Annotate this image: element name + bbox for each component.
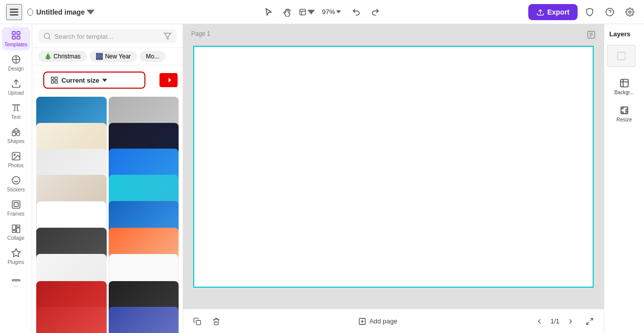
select-tool-button[interactable]: [261, 4, 277, 20]
svg-rect-11: [17, 36, 20, 39]
next-page-button[interactable]: [562, 313, 579, 329]
svg-rect-21: [16, 225, 20, 227]
tag-christmas[interactable]: 🎄 Christmas: [38, 51, 87, 62]
sidebar-item-text[interactable]: Text: [2, 100, 30, 123]
layers-title: Layers: [607, 28, 641, 42]
svg-point-16: [14, 154, 15, 156]
svg-rect-23: [12, 230, 16, 232]
sidebar-item-stickers[interactable]: Stickers: [2, 172, 30, 195]
templates-panel: 🎄 Christmas 🎆 New Year Mo... Current siz…: [32, 24, 183, 333]
current-size-row: Current size: [32, 65, 183, 95]
svg-rect-42: [621, 107, 627, 113]
sidebar-item-more[interactable]: ···: [2, 269, 30, 292]
template-card-content: DON'T DO: [36, 307, 107, 333]
sidebar-item-frames[interactable]: Frames: [2, 196, 30, 220]
current-size-button[interactable]: Current size: [43, 72, 145, 89]
sidebar-item-photos[interactable]: Photos: [2, 148, 30, 171]
tag-more[interactable]: Mo...: [140, 51, 166, 62]
page-options[interactable]: [587, 30, 596, 41]
sidebar: Templates Design Upload Text: [0, 24, 32, 333]
delete-page-button[interactable]: [208, 313, 224, 329]
top-bar-right: Export: [387, 4, 638, 20]
svg-rect-3: [300, 9, 305, 15]
svg-line-38: [590, 318, 593, 321]
right-panel: Layers Backgr...: [604, 24, 644, 333]
copy-page-button[interactable]: [189, 313, 205, 329]
svg-rect-20: [12, 225, 16, 230]
arrow-icon: [163, 77, 174, 83]
templates-grid: SAN JUAN MAKE A FOREIGN FRIEND? PROMOTIO…: [32, 95, 183, 333]
undo-button[interactable]: [348, 4, 364, 20]
search-input[interactable]: [54, 33, 160, 40]
dropdown-caret-icon: [102, 79, 107, 82]
sidebar-item-plugins[interactable]: Plugins: [2, 245, 30, 268]
shield-icon-button[interactable]: [582, 4, 598, 20]
svg-rect-9: [17, 32, 20, 35]
top-bar-left: Untitled image: [6, 4, 257, 20]
page-label: Page 1: [191, 30, 210, 37]
svg-rect-18: [12, 201, 20, 209]
document-title[interactable]: Untitled image: [26, 8, 95, 16]
svg-point-14: [16, 132, 20, 136]
search-box: [38, 29, 177, 43]
page-indicator: 1/1: [550, 317, 559, 325]
tags-row: 🎄 Christmas 🎆 New Year Mo...: [32, 48, 183, 65]
svg-point-25: [44, 33, 50, 39]
background-icon: [619, 78, 629, 88]
zoom-control[interactable]: 97%: [318, 6, 345, 18]
filter-icon[interactable]: [164, 32, 172, 40]
app-container: Untitled image: [0, 0, 644, 333]
resize-button[interactable]: Resize: [607, 101, 641, 126]
expand-button[interactable]: [582, 313, 598, 329]
top-bar-center: 97%: [261, 4, 383, 20]
prev-page-button[interactable]: [531, 313, 547, 329]
settings-button[interactable]: [622, 4, 638, 20]
template-card[interactable]: DON'T DO: [36, 307, 107, 333]
svg-point-7: [629, 11, 631, 13]
layer-thumbnail[interactable]: [607, 45, 635, 67]
layer-thumb-icon: [616, 51, 626, 61]
grid-icon: [50, 76, 58, 84]
svg-rect-26: [51, 77, 54, 80]
canvas[interactable]: [193, 46, 594, 288]
search-icon: [43, 32, 51, 40]
sidebar-item-upload[interactable]: Upload: [2, 76, 30, 99]
canvas-area: Page 1: [183, 24, 604, 309]
bottom-bar: Add page 1/1: [183, 309, 604, 333]
svg-rect-27: [55, 77, 57, 80]
bottom-bar-left: [189, 313, 224, 329]
export-button[interactable]: Export: [528, 4, 578, 20]
svg-rect-29: [55, 81, 57, 83]
tag-newyear[interactable]: 🎆 New Year: [90, 51, 137, 62]
bottom-bar-right: 1/1: [531, 313, 598, 329]
svg-rect-8: [12, 32, 15, 35]
add-page-button[interactable]: Add page: [353, 314, 403, 328]
svg-rect-28: [51, 81, 54, 83]
svg-rect-19: [14, 203, 18, 207]
svg-line-39: [587, 322, 589, 324]
sidebar-item-design[interactable]: Design: [2, 51, 30, 75]
sidebar-item-templates[interactable]: Templates: [2, 27, 30, 50]
logo-button[interactable]: [6, 4, 22, 20]
template-card-content: ITALY: [109, 307, 179, 333]
sidebar-item-collage[interactable]: Collage: [2, 221, 30, 244]
svg-rect-34: [196, 320, 201, 325]
resize-icon: [619, 105, 629, 115]
svg-point-17: [12, 177, 20, 184]
hand-tool-button[interactable]: [280, 4, 296, 20]
canvas-section: Page 1: [183, 24, 604, 333]
svg-rect-41: [620, 80, 628, 87]
svg-rect-22: [16, 228, 20, 232]
bottom-bar-center: Add page: [228, 314, 527, 328]
sidebar-item-shapes[interactable]: Shapes: [2, 124, 30, 147]
arrow-indicator: [159, 73, 178, 87]
svg-rect-10: [12, 36, 15, 39]
background-button[interactable]: Backgr...: [607, 74, 641, 99]
svg-rect-40: [618, 52, 625, 60]
svg-rect-24: [12, 280, 20, 281]
template-card[interactable]: ITALY: [109, 307, 179, 333]
help-button[interactable]: [602, 4, 618, 20]
layout-tool-button[interactable]: [299, 4, 315, 20]
redo-button[interactable]: [367, 4, 383, 20]
right-actions: Backgr... Resize: [607, 74, 641, 126]
